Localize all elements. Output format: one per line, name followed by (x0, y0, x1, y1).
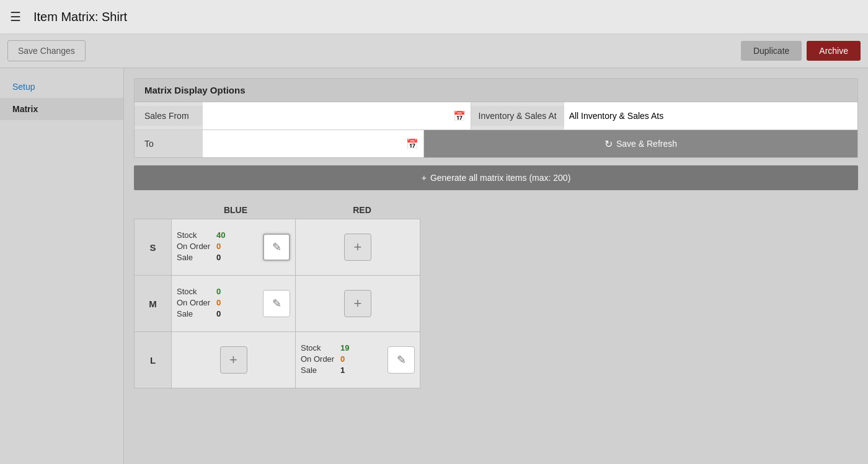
save-changes-button[interactable]: Save Changes (7, 40, 86, 61)
cell-sale-s-blue: Sale 0 (177, 253, 258, 262)
matrix-cell-m-red: + (296, 276, 420, 331)
cell-empty-m-red: + (301, 290, 415, 317)
cell-stock-m-blue: Stock 0 (177, 287, 258, 296)
stock-label-l-red: Stock (301, 343, 338, 352)
top-header: ☰ Item Matrix: Shirt (0, 0, 868, 34)
order-label-s-blue: On Order (177, 242, 214, 251)
matrix-cell-l-red: Stock 19 On Order 0 Sale 1 (296, 332, 420, 388)
matrix-row-s: S Stock 40 On Order 0 (135, 219, 420, 276)
panel-body: Sales From 📅 Inventory & Sales At All In… (135, 102, 857, 157)
panel-header: Matrix Display Options (135, 79, 857, 102)
stock-val-s-blue: 40 (216, 230, 225, 240)
matrix-cell-m-blue: Stock 0 On Order 0 Sale 0 (172, 276, 296, 331)
hamburger-icon[interactable]: ☰ (10, 9, 21, 24)
matrix-cell-s-red: + (296, 219, 420, 275)
cell-empty-s-red: + (301, 234, 415, 261)
sale-label-s-blue: Sale (177, 253, 214, 262)
order-val-s-blue: 0 (216, 242, 221, 251)
cell-order-l-red: On Order 0 (301, 354, 383, 364)
plus-icon: + (422, 173, 427, 183)
cell-order-s-blue: On Order 0 (177, 242, 258, 251)
sales-from-input-wrap: 📅 (203, 102, 471, 129)
stock-label-m-blue: Stock (177, 287, 214, 296)
to-label: To (135, 134, 203, 154)
matrix-cell-l-blue: + (172, 332, 296, 388)
inv-select-wrap: All Inventory & Sales Ats (564, 102, 857, 129)
content-area: Matrix Display Options Sales From 📅 Inve… (124, 68, 868, 464)
archive-button[interactable]: Archive (807, 41, 861, 61)
stock-label-s-blue: Stock (177, 230, 214, 240)
duplicate-button[interactable]: Duplicate (741, 41, 802, 61)
cell-empty-l-blue: + (177, 346, 290, 374)
edit-button-m-blue[interactable]: ✎ (263, 290, 290, 317)
toolbar: Save Changes Duplicate Archive (0, 34, 868, 68)
inv-sales-label: Inventory & Sales At (471, 106, 564, 126)
cell-stock-s-blue: Stock 40 (177, 230, 258, 240)
to-calendar-icon[interactable]: 📅 (406, 138, 418, 150)
cell-info-l-red: Stock 19 On Order 0 Sale 1 (301, 343, 383, 377)
page-title: Item Matrix: Shirt (33, 10, 127, 24)
sidebar-item-setup[interactable]: Setup (0, 76, 123, 98)
order-label-m-blue: On Order (177, 298, 214, 307)
sale-label-m-blue: Sale (177, 309, 214, 318)
sale-val-m-blue: 0 (216, 309, 221, 318)
cell-info-m-blue: Stock 0 On Order 0 Sale 0 (177, 287, 258, 320)
save-refresh-button[interactable]: ↻ Save & Refresh (424, 130, 857, 157)
add-button-s-red[interactable]: + (344, 234, 371, 261)
edit-button-s-blue[interactable]: ✎ (263, 234, 290, 261)
to-input[interactable] (208, 139, 406, 149)
matrix-display-options-panel: Matrix Display Options Sales From 📅 Inve… (134, 78, 858, 158)
to-input-wrap: 📅 (203, 130, 423, 157)
add-button-m-red[interactable]: + (344, 290, 371, 317)
edit-button-l-red[interactable]: ✎ (388, 346, 415, 374)
stock-val-l-red: 19 (340, 343, 349, 352)
row-label-l: L (135, 332, 172, 388)
cell-info-s-blue: Stock 40 On Order 0 Sale 0 (177, 230, 258, 264)
matrix-grid: S Stock 40 On Order 0 (134, 219, 420, 388)
order-val-l-red: 0 (340, 354, 345, 364)
sales-from-row: Sales From 📅 Inventory & Sales At All In… (135, 102, 857, 130)
col-header-red: RED (300, 205, 424, 215)
add-button-l-blue[interactable]: + (220, 346, 247, 374)
refresh-icon: ↻ (604, 138, 613, 150)
sale-label-l-red: Sale (301, 366, 338, 375)
col-header-blue: BLUE (174, 205, 298, 215)
cell-order-m-blue: On Order 0 (177, 298, 258, 307)
inv-select[interactable]: All Inventory & Sales Ats (569, 111, 852, 121)
cell-stock-l-red: Stock 19 (301, 343, 383, 352)
matrix-row-l: L + Stock 19 (135, 332, 420, 388)
sales-from-input[interactable] (208, 111, 453, 121)
row-label-s: S (135, 219, 172, 275)
stock-val-m-blue: 0 (216, 287, 221, 296)
sidebar: Setup Matrix (0, 68, 124, 464)
matrix-section: BLUE RED S Stock 40 (134, 200, 858, 393)
sidebar-item-matrix[interactable]: Matrix (0, 98, 123, 120)
sales-from-label: Sales From (135, 106, 203, 126)
cell-sale-m-blue: Sale 0 (177, 309, 258, 318)
generate-matrix-button[interactable]: + Generate all matrix items (max: 200) (134, 165, 858, 190)
cell-sale-l-red: Sale 1 (301, 366, 383, 375)
sale-val-s-blue: 0 (216, 253, 221, 262)
matrix-row-m: M Stock 0 On Order 0 (135, 276, 420, 332)
sales-from-calendar-icon[interactable]: 📅 (453, 110, 466, 122)
sale-val-l-red: 1 (340, 366, 345, 375)
inv-sales-at-area: Inventory & Sales At All Inventory & Sal… (471, 102, 857, 129)
order-label-l-red: On Order (301, 354, 338, 364)
to-save-refresh-row: To 📅 ↻ Save & Refresh (135, 130, 857, 157)
main-layout: Setup Matrix Matrix Display Options Sale… (0, 68, 868, 464)
to-left: To 📅 (135, 130, 424, 157)
row-label-m: M (135, 276, 172, 331)
order-val-m-blue: 0 (216, 298, 221, 307)
matrix-cell-s-blue: Stock 40 On Order 0 Sale 0 (172, 219, 296, 275)
